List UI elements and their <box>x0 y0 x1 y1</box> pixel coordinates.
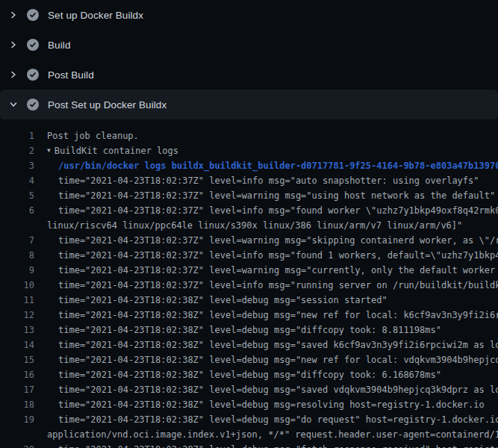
log-line-text: time="2021-04-23T18:02:38Z" level=debug … <box>58 442 498 448</box>
log-line: 13 ▼ time="2021-04-23T18:02:38Z" level=d… <box>0 323 498 337</box>
step-label: Post Set up Docker Buildx <box>48 99 166 111</box>
step-label: Build <box>48 40 71 51</box>
log-line-number[interactable]: 9 <box>0 263 34 278</box>
log-line-text: time="2021-04-23T18:02:38Z" level=debug … <box>58 337 498 352</box>
step-row[interactable]: Post Build <box>0 60 498 90</box>
log-line-text: linux/riscv64 linux/ppc64le linux/s390x … <box>47 218 462 233</box>
log-line-number[interactable]: 14 <box>0 337 34 352</box>
log-line-text: time="2021-04-23T18:02:38Z" level=debug … <box>58 308 498 323</box>
log-line: 12 ▼ time="2021-04-23T18:02:38Z" level=d… <box>0 308 498 323</box>
log-line-text: time="2021-04-23T18:02:38Z" level=debug … <box>58 382 498 397</box>
log-line-text: time="2021-04-23T18:02:38Z" level=debug … <box>58 323 441 337</box>
chevron-down-icon[interactable] <box>9 99 21 111</box>
log-line: 9 ▼ time="2021-04-23T18:02:37Z" level=wa… <box>0 263 498 278</box>
log-line: 1 ▼ Post job cleanup. <box>0 128 498 143</box>
log-line-text: time="2021-04-23T18:02:38Z" level=debug … <box>58 293 387 308</box>
steps-list: Set up Docker Buildx Build P <box>0 0 498 119</box>
log-line: 18 ▼ time="2021-04-23T18:02:38Z" level=d… <box>0 397 498 412</box>
log-line-text: time="2021-04-23T18:02:37Z" level=warnin… <box>58 188 495 203</box>
log-line-number[interactable]: 20 <box>0 442 34 448</box>
log-line: 2 ▼ BuildKit container logs <box>0 143 498 158</box>
log-line-text: time="2021-04-23T18:02:37Z" level=info m… <box>58 203 498 218</box>
log-line-continuation: ▼ linux/riscv64 linux/ppc64le linux/s390… <box>0 218 498 233</box>
log-line-text: time="2021-04-23T18:02:37Z" level=warnin… <box>58 263 498 278</box>
log-line-text: time="2021-04-23T18:02:37Z" level=info m… <box>58 173 479 188</box>
log-line: 17 ▼ time="2021-04-23T18:02:38Z" level=d… <box>0 382 498 397</box>
check-circle-icon <box>27 39 39 51</box>
log-line-text: Post job cleanup. <box>47 128 139 143</box>
log-line-number[interactable]: 16 <box>0 367 34 382</box>
check-circle-icon <box>27 99 39 111</box>
log-line: 8 ▼ time="2021-04-23T18:02:37Z" level=in… <box>0 248 498 263</box>
log-line: 19 ▼ time="2021-04-23T18:02:38Z" level=d… <box>0 412 498 427</box>
step-row[interactable]: Build <box>0 30 498 60</box>
log-line-number[interactable]: 19 <box>0 412 34 427</box>
log-line: 11 ▼ time="2021-04-23T18:02:38Z" level=d… <box>0 293 498 308</box>
log-line: 16 ▼ time="2021-04-23T18:02:38Z" level=d… <box>0 367 498 382</box>
step-label: Set up Docker Buildx <box>48 10 143 21</box>
log-line-number[interactable]: 15 <box>0 352 34 367</box>
step-row[interactable]: Set up Docker Buildx <box>0 0 498 30</box>
log-line-number[interactable]: 2 <box>0 143 34 158</box>
step-label: Post Build <box>48 69 94 81</box>
log-line-text: /usr/bin/docker logs buildx_buildkit_bui… <box>58 158 498 173</box>
log-line: 15 ▼ time="2021-04-23T18:02:38Z" level=d… <box>0 352 498 367</box>
log-line-number[interactable]: 17 <box>0 382 34 397</box>
chevron-right-icon[interactable] <box>9 69 21 81</box>
log-line-number[interactable]: 13 <box>0 323 34 337</box>
log-line-number[interactable]: 5 <box>0 188 34 203</box>
log-line: 3 ▼ /usr/bin/docker logs buildx_buildkit… <box>0 158 498 173</box>
log-viewer: 1 ▼ Post job cleanup. 2 ▼ BuildKit conta… <box>0 119 498 448</box>
log-line-number[interactable]: 7 <box>0 233 34 248</box>
log-line-text: time="2021-04-23T18:02:37Z" level=info m… <box>58 278 498 293</box>
chevron-right-icon[interactable] <box>9 9 21 21</box>
check-circle-icon <box>27 69 39 81</box>
log-line-number[interactable]: 3 <box>0 158 34 173</box>
actions-log-panel: Set up Docker Buildx Build P <box>0 0 498 448</box>
log-line: 10 ▼ time="2021-04-23T18:02:37Z" level=i… <box>0 278 498 293</box>
log-line-number[interactable]: 11 <box>0 293 34 308</box>
log-line-text: time="2021-04-23T18:02:38Z" level=debug … <box>58 412 498 427</box>
log-line: 20 ▼ time="2021-04-23T18:02:38Z" level=d… <box>0 442 498 448</box>
group-toggle-icon[interactable]: ▼ <box>47 143 51 158</box>
chevron-right-icon[interactable] <box>9 39 21 51</box>
log-line-number[interactable]: 12 <box>0 308 34 323</box>
log-line-text: time="2021-04-23T18:02:37Z" level=warnin… <box>58 233 498 248</box>
step-row[interactable]: Post Set up Docker Buildx <box>0 90 498 119</box>
log-line: 4 ▼ time="2021-04-23T18:02:37Z" level=in… <box>0 173 498 188</box>
log-line: 7 ▼ time="2021-04-23T18:02:37Z" level=wa… <box>0 233 498 248</box>
log-line-text: time="2021-04-23T18:02:38Z" level=debug … <box>58 352 498 367</box>
log-line-text: time="2021-04-23T18:02:37Z" level=info m… <box>58 248 498 263</box>
check-circle-icon <box>27 9 39 21</box>
log-line-text: application/vnd.oci.image.index.v1+json,… <box>47 427 498 442</box>
log-line-number[interactable]: 18 <box>0 397 34 412</box>
log-line-number[interactable] <box>0 427 34 442</box>
log-line-number[interactable]: 8 <box>0 248 34 263</box>
log-line-number[interactable]: 1 <box>0 128 34 143</box>
log-line-number[interactable] <box>0 218 34 233</box>
log-line-text: time="2021-04-23T18:02:38Z" level=debug … <box>58 367 441 382</box>
log-line-text: time="2021-04-23T18:02:38Z" level=debug … <box>58 397 485 412</box>
log-line-text: BuildKit container logs <box>55 143 178 158</box>
log-line-number[interactable]: 4 <box>0 173 34 188</box>
log-line: 14 ▼ time="2021-04-23T18:02:38Z" level=d… <box>0 337 498 352</box>
log-line-number[interactable]: 10 <box>0 278 34 293</box>
log-line-number[interactable]: 6 <box>0 203 34 218</box>
log-line-continuation: ▼ application/vnd.oci.image.index.v1+jso… <box>0 427 498 442</box>
log-line: 6 ▼ time="2021-04-23T18:02:37Z" level=in… <box>0 203 498 218</box>
log-line: 5 ▼ time="2021-04-23T18:02:37Z" level=wa… <box>0 188 498 203</box>
